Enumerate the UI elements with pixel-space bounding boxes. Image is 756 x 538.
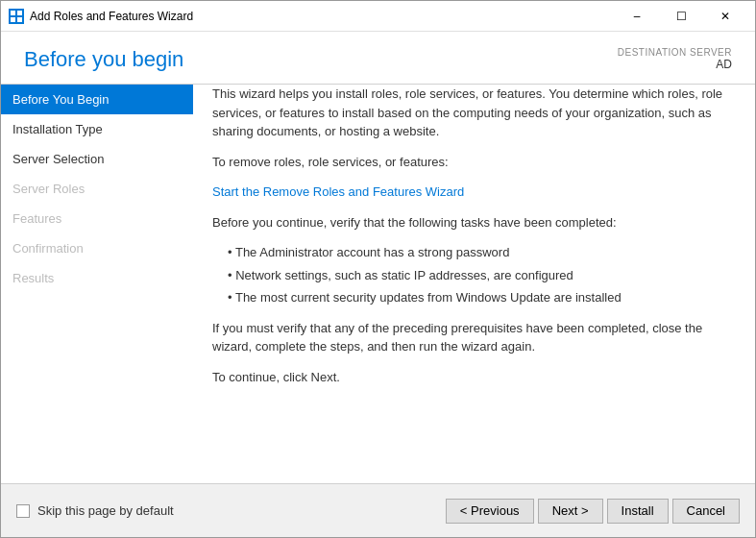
skip-section: Skip this page by default bbox=[16, 503, 446, 518]
sidebar-item-before-you-begin[interactable]: Before You Begin bbox=[1, 85, 193, 114]
main-content: Before you begin DESTINATION SERVER AD B… bbox=[1, 32, 755, 483]
svg-rect-3 bbox=[17, 17, 22, 22]
sidebar: Before You Begin Installation Type Serve… bbox=[1, 85, 193, 483]
svg-rect-2 bbox=[11, 17, 15, 22]
window: Add Roles and Features Wizard – ☐ ✕ Befo… bbox=[0, 0, 756, 538]
sidebar-item-server-selection[interactable]: Server Selection bbox=[1, 144, 193, 174]
bullet-list: The Administrator account has a strong p… bbox=[228, 243, 732, 307]
skip-label: Skip this page by default bbox=[37, 503, 174, 518]
close-button[interactable]: ✕ bbox=[703, 1, 747, 32]
content-paragraph-2: If you must verify that any of the prece… bbox=[212, 319, 732, 356]
skip-checkbox[interactable] bbox=[16, 504, 30, 518]
app-icon bbox=[9, 9, 24, 24]
bullet-item-1: Network settings, such as static IP addr… bbox=[228, 266, 732, 285]
minimize-button[interactable]: – bbox=[615, 1, 659, 32]
content-paragraph-3: To continue, click Next. bbox=[212, 368, 732, 387]
destination-server: DESTINATION SERVER AD bbox=[618, 47, 732, 71]
footer-buttons: < Previous Next > Install Cancel bbox=[446, 499, 740, 524]
title-bar-text: Add Roles and Features Wizard bbox=[30, 10, 615, 23]
bullet-item-2: The most current security updates from W… bbox=[228, 288, 732, 307]
cancel-button[interactable]: Cancel bbox=[672, 499, 740, 524]
title-bar-controls: – ☐ ✕ bbox=[615, 1, 747, 32]
bullet-item-0: The Administrator account has a strong p… bbox=[228, 243, 732, 262]
content-pane: This wizard helps you install roles, rol… bbox=[193, 85, 755, 483]
title-bar: Add Roles and Features Wizard – ☐ ✕ bbox=[1, 1, 755, 32]
content-remove-link-container: Start the Remove Roles and Features Wiza… bbox=[212, 183, 732, 202]
sidebar-item-installation-type[interactable]: Installation Type bbox=[1, 114, 193, 144]
page-title: Before you begin bbox=[24, 47, 183, 72]
header: Before you begin DESTINATION SERVER AD bbox=[1, 32, 755, 84]
body: Before You Begin Installation Type Serve… bbox=[1, 85, 755, 483]
svg-rect-1 bbox=[17, 11, 22, 15]
destination-server-label: DESTINATION SERVER bbox=[618, 47, 732, 58]
next-button[interactable]: Next > bbox=[538, 499, 603, 524]
destination-server-value: AD bbox=[618, 58, 732, 71]
install-button[interactable]: Install bbox=[607, 499, 669, 524]
svg-rect-0 bbox=[11, 11, 15, 15]
content-remove-label: To remove roles, role services, or featu… bbox=[212, 153, 732, 172]
sidebar-item-confirmation: Confirmation bbox=[1, 233, 193, 263]
sidebar-item-server-roles: Server Roles bbox=[1, 174, 193, 204]
footer: Skip this page by default < Previous Nex… bbox=[1, 483, 755, 537]
content-paragraph-1: This wizard helps you install roles, rol… bbox=[212, 85, 732, 141]
previous-button[interactable]: < Previous bbox=[446, 499, 534, 524]
maximize-button[interactable]: ☐ bbox=[659, 1, 703, 32]
content-verify-label: Before you continue, verify that the fol… bbox=[212, 213, 732, 232]
sidebar-item-results: Results bbox=[1, 263, 193, 293]
remove-roles-link[interactable]: Start the Remove Roles and Features Wiza… bbox=[212, 184, 464, 199]
sidebar-item-features: Features bbox=[1, 204, 193, 233]
